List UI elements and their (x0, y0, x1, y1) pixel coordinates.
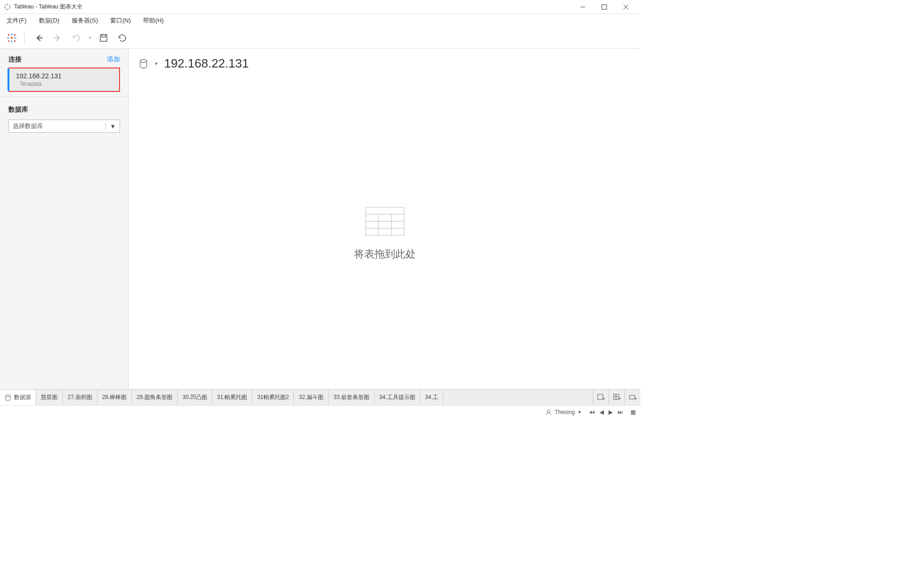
undo-button (69, 30, 84, 45)
menu-server[interactable]: 服务器(S) (70, 15, 100, 26)
datasource-title: 192.168.22.131 (164, 56, 249, 71)
tab-label: 28.棒棒图 (102, 393, 127, 401)
last-sheet-button[interactable]: ⏭ (616, 408, 624, 416)
menu-data[interactable]: 数据(D) (37, 15, 61, 26)
canvas-header: ▼ 192.168.22.131 (129, 49, 640, 78)
database-icon (138, 59, 149, 69)
svg-rect-6 (5, 8, 6, 9)
database-select[interactable]: 选择数据库 ▼ (8, 120, 120, 133)
chevron-down-icon[interactable]: ▼ (154, 61, 158, 66)
svg-rect-33 (598, 394, 603, 400)
svg-rect-1 (7, 9, 8, 10)
svg-rect-24 (102, 35, 105, 37)
status-bar: Thexing ▼ ⏮ ◀ ▶ ⏭ ▦ (0, 405, 640, 418)
tab-datasource[interactable]: 数据源 (0, 390, 36, 405)
connection-item[interactable]: 192.168.22.131 Teradata (8, 68, 120, 92)
tab-sheet[interactable]: 33.嵌套条形图 (329, 390, 375, 405)
tab-sheet[interactable]: 27.面积图 (63, 390, 98, 405)
svg-point-44 (547, 410, 550, 413)
tab-label: 30.凹凸图 (182, 393, 207, 401)
user-menu[interactable]: Thexing ▼ (545, 409, 582, 415)
refresh-button[interactable] (115, 30, 130, 45)
svg-rect-0 (7, 4, 8, 5)
username: Thexing (555, 409, 575, 415)
tab-sheet[interactable]: 32.漏斗图 (294, 390, 329, 405)
svg-rect-3 (9, 7, 11, 8)
svg-rect-5 (9, 5, 10, 6)
tab-label: 32.漏斗图 (299, 393, 323, 401)
svg-rect-12 (11, 33, 12, 36)
window-controls (572, 0, 637, 14)
add-connection-button[interactable]: 添加 (107, 55, 120, 64)
tab-sheet[interactable]: 30.凹凸图 (178, 390, 212, 405)
tab-label: 31帕累托图2 (257, 393, 289, 401)
close-button[interactable] (615, 0, 637, 14)
show-filmstrip-icon[interactable]: ▦ (631, 409, 636, 415)
titlebar: Tableau - Tableau 图表大全 (0, 0, 640, 14)
tab-sheet[interactable]: 慧星图 (36, 390, 63, 405)
svg-point-32 (6, 395, 10, 397)
svg-rect-18 (14, 34, 15, 36)
first-sheet-button[interactable]: ⏮ (588, 408, 596, 416)
new-story-button[interactable] (624, 390, 640, 405)
menu-window[interactable]: 窗口(N) (108, 15, 133, 26)
sidebar: 连接 添加 192.168.22.131 Teradata 数据库 选择数据库 … (0, 49, 129, 389)
tab-label: 27.面积图 (68, 393, 92, 401)
tab-action-buttons (593, 390, 640, 405)
chevron-down-icon: ▼ (578, 410, 582, 415)
svg-rect-19 (8, 40, 9, 42)
connections-label: 连接 (8, 55, 22, 64)
svg-rect-14 (7, 38, 9, 38)
svg-rect-17 (8, 34, 9, 36)
tab-sheet[interactable]: 28.棒棒图 (98, 390, 132, 405)
user-icon (545, 409, 552, 415)
main: 连接 添加 192.168.22.131 Teradata 数据库 选择数据库 … (0, 49, 640, 389)
separator (24, 31, 25, 45)
tab-label: 33.嵌套条形图 (333, 393, 369, 401)
svg-rect-2 (4, 7, 6, 8)
svg-rect-20 (14, 40, 15, 42)
svg-point-25 (140, 60, 147, 62)
database-label: 数据库 (8, 106, 120, 114)
canvas: ▼ 192.168.22.131 将表拖到此处 (129, 49, 640, 389)
app-icon (4, 3, 11, 11)
save-button[interactable] (96, 30, 111, 45)
database-select-value: 选择数据库 (13, 122, 43, 130)
tableau-logo-icon (6, 32, 18, 44)
minimize-button[interactable] (572, 0, 594, 14)
forward-button (50, 30, 65, 45)
prev-sheet-button[interactable]: ◀ (599, 408, 605, 416)
toolbar: ▼ (0, 27, 640, 49)
drop-area[interactable]: 将表拖到此处 (129, 78, 640, 389)
tab-sheet[interactable]: 34.工 (421, 390, 444, 405)
menubar: 文件(F) 数据(D) 服务器(S) 窗口(N) 帮助(H) (0, 14, 640, 27)
sheet-nav: ⏮ ◀ ▶ ⏭ (588, 408, 624, 416)
svg-rect-13 (11, 40, 12, 43)
back-button[interactable] (31, 30, 46, 45)
new-dashboard-button[interactable] (609, 390, 624, 405)
connection-name: 192.168.22.131 (9, 72, 119, 80)
new-worksheet-button[interactable] (593, 390, 609, 405)
tab-label: 31.帕累托图 (217, 393, 248, 401)
connection-type: Teradata (9, 81, 119, 87)
svg-rect-9 (602, 5, 607, 9)
tab-sheet[interactable]: 31.帕累托图 (212, 390, 253, 405)
table-icon (365, 207, 405, 236)
chevron-down-icon[interactable]: ▼ (88, 35, 92, 40)
drop-hint: 将表拖到此处 (354, 247, 416, 261)
svg-rect-16 (11, 37, 13, 39)
tab-label: 数据源 (14, 393, 31, 401)
menu-help[interactable]: 帮助(H) (141, 15, 165, 26)
tab-sheet[interactable]: 29.圆角条形图 (132, 390, 178, 405)
connections-header: 连接 添加 (0, 49, 128, 68)
tab-sheet[interactable]: 34.工具提示图 (375, 390, 421, 405)
tab-sheet[interactable]: 31帕累托图2 (252, 390, 294, 405)
menu-file[interactable]: 文件(F) (5, 15, 29, 26)
tab-label: 29.圆角条形图 (136, 393, 173, 401)
maximize-button[interactable] (594, 0, 615, 14)
tab-label: 34.工 (425, 393, 439, 401)
sheet-tabs: 数据源 慧星图 27.面积图 28.棒棒图 29.圆角条形图 30.凹凸图 31… (0, 389, 640, 405)
svg-rect-23 (100, 35, 107, 41)
next-sheet-button[interactable]: ▶ (608, 408, 614, 416)
svg-rect-4 (5, 5, 6, 6)
